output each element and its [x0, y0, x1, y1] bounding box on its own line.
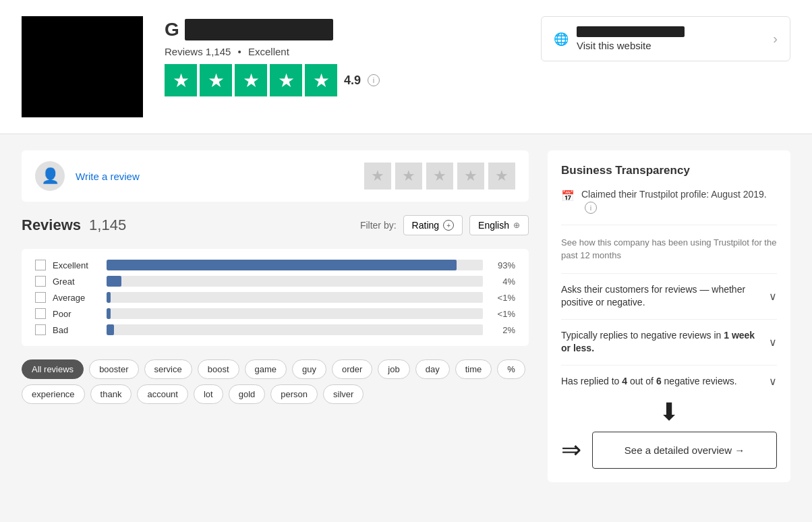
- calendar-icon: 📅: [561, 190, 575, 202]
- transparency-item-text-1: Typically replies to negative reviews in…: [561, 329, 769, 355]
- company-name: G: [165, 19, 519, 40]
- tag-thank[interactable]: thank: [90, 384, 132, 404]
- tag-gold[interactable]: gold: [229, 384, 266, 404]
- empty-star-4[interactable]: ★: [457, 163, 484, 190]
- tag-game[interactable]: game: [245, 359, 287, 379]
- company-initial: G: [165, 19, 179, 40]
- tag-job[interactable]: job: [378, 359, 409, 379]
- bar-pct-2: <1%: [490, 293, 515, 303]
- left-panel: 👤 Write a review ★ ★ ★ ★ ★ Reviews 1,145…: [22, 150, 529, 493]
- detailed-overview-btn[interactable]: See a detailed overview →: [592, 432, 777, 469]
- tag-service[interactable]: service: [144, 359, 192, 379]
- reviews-title: Reviews: [22, 216, 81, 234]
- tag-order[interactable]: order: [332, 359, 372, 379]
- transparency-item-1[interactable]: Typically replies to negative reviews in…: [561, 319, 777, 365]
- arrow-row: ⇒ See a detailed overview →: [561, 432, 777, 469]
- tag-silver[interactable]: silver: [323, 384, 364, 404]
- filter-by-label: Filter by:: [360, 220, 397, 231]
- empty-star-5[interactable]: ★: [488, 163, 515, 190]
- claimed-info-icon[interactable]: i: [585, 202, 597, 214]
- language-filter-btn[interactable]: English ⊕: [469, 215, 529, 235]
- rating-label: Excellent: [248, 46, 289, 57]
- company-info: G Reviews 1,145 • Excellent ★ ★ ★ ★ ★ 4.…: [165, 16, 519, 96]
- bar-track-1: [107, 276, 483, 287]
- transparency-item-text-0: Asks their customers for reviews — wheth…: [561, 283, 769, 310]
- rating-checkbox-2[interactable]: [35, 292, 46, 303]
- empty-star-2[interactable]: ★: [395, 163, 422, 190]
- transparency-item-2[interactable]: Has replied to 4 out of 6 negative revie…: [561, 365, 777, 398]
- rating-bar-row-4[interactable]: Bad 2%: [35, 324, 515, 335]
- rating-bar-row-0[interactable]: Excellent 93%: [35, 260, 515, 270]
- rating-bar-row-3[interactable]: Poor <1%: [35, 308, 515, 319]
- star-5: ★: [305, 64, 337, 96]
- rating-checkbox-3[interactable]: [35, 308, 46, 319]
- bar-track-4: [107, 324, 483, 335]
- tag-experience[interactable]: experience: [22, 384, 85, 404]
- empty-star-3[interactable]: ★: [426, 163, 453, 190]
- stars-large: ★ ★ ★ ★ ★: [165, 64, 337, 96]
- transparency-title: Business Transparency: [561, 164, 777, 177]
- rating-info-icon[interactable]: i: [368, 74, 380, 86]
- write-review-row: 👤 Write a review ★ ★ ★ ★ ★: [22, 150, 529, 202]
- tags-section: All reviewsboosterserviceboostgameguyord…: [22, 359, 529, 404]
- reviews-meta: Reviews 1,145 • Excellent: [165, 46, 519, 57]
- tag-time[interactable]: time: [455, 359, 492, 379]
- rating-checkbox-1[interactable]: [35, 276, 46, 287]
- rating-checkbox-0[interactable]: [35, 260, 46, 270]
- tag-day[interactable]: day: [415, 359, 450, 379]
- rating-bar-row-2[interactable]: Average <1%: [35, 292, 515, 303]
- visit-box-content: Visit this website: [577, 26, 765, 51]
- transparency-sub: See how this company has been using Trus…: [561, 236, 777, 262]
- claimed-row: 📅 Claimed their Trustpilot profile: Augu…: [561, 188, 777, 225]
- tag-boost[interactable]: boost: [198, 359, 239, 379]
- globe-icon: 🌐: [554, 32, 569, 47]
- avatar: 👤: [35, 161, 65, 191]
- down-arrow-container: ⬇: [561, 398, 777, 426]
- reviews-count-top: 1,145: [206, 46, 231, 57]
- bar-track-3: [107, 308, 483, 319]
- claimed-text: Claimed their Trustpilot profile: August…: [581, 188, 777, 214]
- transparency-item-0[interactable]: Asks their customers for reviews — wheth…: [561, 273, 777, 319]
- visit-url-redacted: [577, 26, 685, 37]
- reviews-header: Reviews 1,145 Filter by: Rating + Englis…: [22, 215, 529, 235]
- empty-star-1[interactable]: ★: [364, 163, 391, 190]
- rating-bar-label-4: Bad: [53, 325, 100, 335]
- tag-lot[interactable]: lot: [194, 384, 223, 404]
- chevron-down-icon-1: ∨: [769, 336, 777, 349]
- rating-checkbox-4[interactable]: [35, 324, 46, 335]
- star-1: ★: [165, 64, 197, 96]
- transparency-item-text-2: Has replied to 4 out of 6 negative revie…: [561, 375, 769, 388]
- tag-guy[interactable]: guy: [292, 359, 326, 379]
- rating-bars: Excellent 93% Great 4% Average <1% Poor …: [22, 249, 529, 346]
- chevron-down-icon-2: ∨: [769, 375, 777, 388]
- tag-account[interactable]: account: [137, 384, 188, 404]
- bar-track-2: [107, 292, 483, 303]
- rating-bar-label-3: Poor: [53, 309, 100, 319]
- visit-website-box[interactable]: 🌐 Visit this website ›: [541, 16, 790, 61]
- bar-fill-0: [107, 260, 457, 270]
- transparency-items: Asks their customers for reviews — wheth…: [561, 273, 777, 398]
- rating-bar-label-0: Excellent: [53, 260, 100, 270]
- rating-bar-label-2: Average: [53, 293, 100, 303]
- star-2: ★: [200, 64, 232, 96]
- top-section: G Reviews 1,145 • Excellent ★ ★ ★ ★ ★ 4.…: [0, 0, 812, 134]
- write-review-link[interactable]: Write a review: [76, 171, 140, 182]
- tag-all-reviews[interactable]: All reviews: [22, 359, 84, 379]
- language-filter-label: English: [478, 220, 509, 231]
- bar-fill-3: [107, 308, 111, 319]
- bar-pct-1: 4%: [490, 277, 515, 287]
- rating-bar-label-1: Great: [53, 277, 100, 287]
- bar-fill-1: [107, 276, 121, 287]
- tag-booster[interactable]: booster: [89, 359, 138, 379]
- bar-track-0: [107, 260, 483, 270]
- claimed-text-content: Claimed their Trustpilot profile: August…: [581, 189, 767, 200]
- tag-%[interactable]: %: [497, 359, 525, 379]
- rating-bar-row-1[interactable]: Great 4%: [35, 276, 515, 287]
- star-3: ★: [235, 64, 267, 96]
- tag-person[interactable]: person: [270, 384, 318, 404]
- reviews-count: 1,145: [89, 216, 126, 234]
- stars-row: ★ ★ ★ ★ ★ 4.9 i: [165, 64, 519, 96]
- bar-pct-0: 93%: [490, 260, 515, 270]
- rating-filter-btn[interactable]: Rating +: [403, 215, 463, 235]
- bar-fill-4: [107, 324, 114, 335]
